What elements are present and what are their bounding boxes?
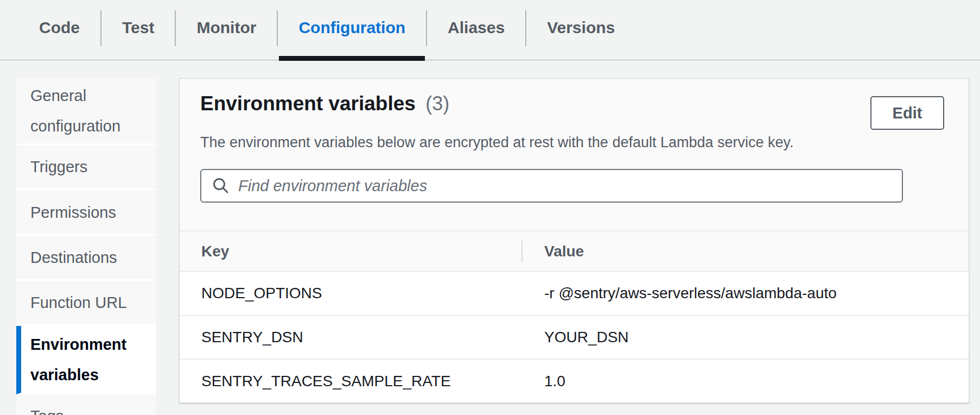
column-header-value: Value	[523, 243, 969, 260]
magnifier-icon	[211, 176, 231, 196]
tab-aliases[interactable]: Aliases	[427, 0, 525, 59]
sidebar-item-triggers[interactable]: Triggers	[16, 145, 156, 190]
configuration-sidebar: General configuration Triggers Permissio…	[16, 78, 156, 415]
sidebar-item-label: Tags	[30, 401, 63, 415]
table-header-row: Key Value	[180, 230, 969, 272]
column-header-key: Key	[180, 243, 523, 260]
env-var-key: SENTRY_DSN	[180, 329, 523, 346]
sidebar-item-label: Function URL	[30, 287, 126, 318]
tab-test[interactable]: Test	[101, 0, 175, 59]
search-box[interactable]	[200, 169, 903, 203]
env-var-value: -r @sentry/aws-serverless/awslambda-auto	[523, 285, 969, 302]
tab-versions[interactable]: Versions	[526, 0, 635, 59]
sidebar-item-environment-variables[interactable]: Environment variables	[16, 326, 156, 394]
edit-button[interactable]: Edit	[870, 96, 944, 130]
table-row: SENTRY_TRACES_SAMPLE_RATE 1.0	[180, 360, 969, 403]
env-var-value: 1.0	[523, 373, 969, 390]
panel-title-text: Environment variables	[200, 92, 416, 115]
search-input[interactable]	[231, 170, 902, 202]
sidebar-item-permissions[interactable]: Permissions	[16, 190, 156, 236]
sidebar-item-label: Triggers	[30, 152, 87, 182]
sidebar-item-destinations[interactable]: Destinations	[16, 236, 156, 281]
table-row: SENTRY_DSN YOUR_DSN	[180, 316, 969, 360]
panel-description: The environment variables below are encr…	[200, 133, 794, 152]
table-row: NODE_OPTIONS -r @sentry/aws-serverless/a…	[180, 272, 969, 316]
environment-variables-panel: Environment variables (3) Edit The envir…	[179, 78, 969, 403]
environment-variables-table: Key Value NODE_OPTIONS -r @sentry/aws-se…	[180, 230, 969, 403]
env-var-key: NODE_OPTIONS	[180, 285, 523, 302]
sidebar-item-label: Permissions	[30, 197, 116, 228]
sidebar-item-label: Environment variables	[30, 329, 144, 390]
sidebar-item-function-url[interactable]: Function URL	[16, 281, 156, 326]
tab-configuration[interactable]: Configuration	[278, 0, 426, 59]
tab-code[interactable]: Code	[18, 0, 100, 59]
sidebar-item-label: General configuration	[30, 80, 144, 141]
sidebar-item-general-configuration[interactable]: General configuration	[16, 78, 156, 145]
panel-count-badge: (3)	[425, 92, 449, 115]
tab-monitor[interactable]: Monitor	[176, 0, 277, 59]
env-var-value: YOUR_DSN	[523, 329, 969, 346]
page-title: Environment variables (3)	[200, 92, 449, 116]
function-tab-bar: Code Test Monitor Configuration Aliases …	[0, 0, 980, 61]
sidebar-item-label: Destinations	[30, 242, 117, 273]
sidebar-item-tags[interactable]: Tags	[16, 394, 156, 415]
env-var-key: SENTRY_TRACES_SAMPLE_RATE	[180, 373, 523, 390]
